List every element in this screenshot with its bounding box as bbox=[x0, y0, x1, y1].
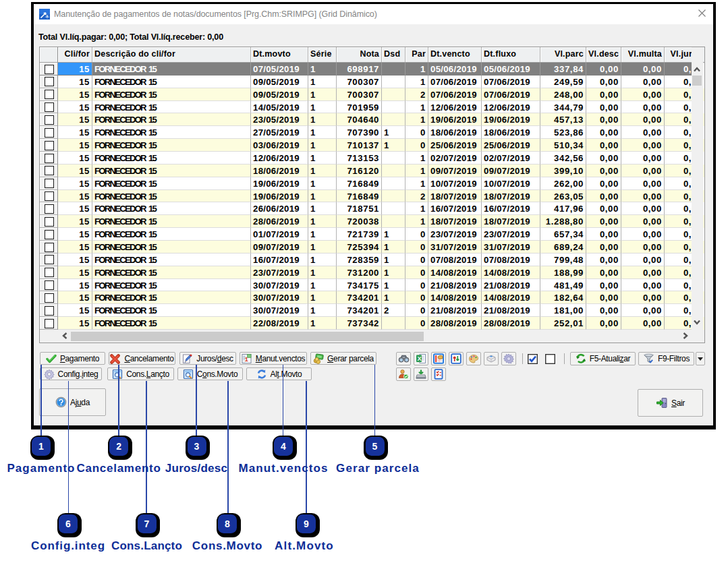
svg-text:X: X bbox=[418, 355, 422, 362]
